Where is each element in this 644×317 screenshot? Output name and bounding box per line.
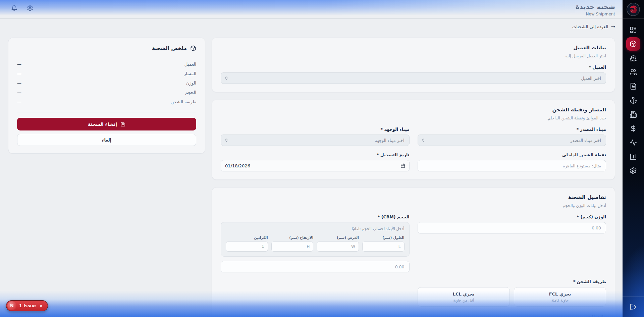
dev-issues-badge[interactable]: N 1 Issue ×: [6, 300, 48, 311]
destination-port-field: ميناء الوجهة * اختر ميناء الوجهة: [221, 120, 410, 146]
route-card-title: المسار ونقطة الشحن: [221, 107, 606, 113]
height-input[interactable]: [271, 242, 314, 252]
sidebar-nav: [626, 23, 640, 177]
building-icon: [630, 111, 637, 118]
width-field: العرض (سم): [317, 235, 359, 252]
dollar-icon: [630, 125, 637, 132]
volume-label: الحجم (CBM) *: [221, 214, 410, 219]
summary-value: —: [17, 90, 21, 95]
width-input[interactable]: [317, 242, 359, 252]
header-actions: [0, 0, 33, 11]
inland-point-label: نقطة الشحن الداخلي: [418, 152, 606, 157]
issue-count-label: 1 Issue: [19, 303, 36, 308]
sidebar-bottom-divider: [623, 296, 644, 297]
summary-row-route: المسار —: [17, 69, 196, 78]
sidebar-item-shipments[interactable]: [626, 37, 640, 51]
summary-row-customer: العميل —: [17, 59, 196, 69]
sidebar-item-logout[interactable]: [626, 300, 640, 314]
gear-icon: [27, 5, 33, 11]
source-port-select[interactable]: اختر ميناء المصدر: [418, 135, 606, 146]
method-option-lcl[interactable]: بحري LCL أقل من حاوية: [418, 287, 510, 307]
destination-port-placeholder: اختر ميناء الوجهة: [375, 138, 405, 143]
page-title: شحنة جديدة: [576, 3, 615, 11]
app-sidebar: [623, 0, 644, 317]
file-text-icon: [630, 83, 637, 90]
inland-point-input[interactable]: [418, 160, 606, 171]
calendar-icon[interactable]: [400, 163, 405, 168]
length-input[interactable]: [362, 242, 405, 252]
destination-port-select[interactable]: اختر ميناء الوجهة: [221, 135, 410, 146]
anchor-icon: [630, 97, 637, 104]
sidebar-item-reports[interactable]: [626, 150, 640, 163]
summary-row-method: طريقة الشحن —: [17, 97, 196, 106]
cartons-input[interactable]: [226, 242, 268, 252]
customer-card-title: بيانات العميل: [221, 45, 606, 51]
notes-label: ملاحظات: [221, 314, 606, 317]
cancel-label: إلغاء: [102, 138, 111, 143]
summary-value: —: [17, 71, 21, 76]
content-grid: بيانات العميل اختر العميل المرسل إليه ال…: [0, 30, 623, 317]
shipment-summary-card: ملخص الشحنة العميل — المسار — الوزن —: [8, 38, 205, 154]
summary-label: المسار: [184, 71, 196, 76]
notifications-button[interactable]: [11, 5, 17, 11]
registration-date-label: تاريخ التسجيل *: [221, 152, 410, 157]
bar-chart-icon: [630, 153, 637, 160]
summary-title: ملخص الشحنة: [152, 45, 187, 51]
summary-label: الحجم: [185, 90, 196, 95]
cartons-label: الكراتين: [226, 235, 268, 240]
create-shipment-button[interactable]: إنشاء الشحنة: [17, 118, 196, 130]
weight-field: الوزن (كجم) *: [418, 208, 606, 233]
create-shipment-label: إنشاء الشحنة: [88, 121, 117, 127]
registration-date-input[interactable]: 01/18/2026: [221, 160, 410, 171]
sidebar-item-documents[interactable]: [626, 80, 640, 93]
sidebar-item-ship[interactable]: [626, 51, 640, 65]
summary-label: الوزن: [186, 81, 196, 86]
sidebar-item-settings[interactable]: [626, 164, 640, 177]
app-logo[interactable]: [627, 3, 640, 16]
sidebar-item-ports[interactable]: [626, 94, 640, 107]
activity-icon: [630, 139, 637, 146]
bell-icon: [11, 5, 17, 11]
inland-point-field: نقطة الشحن الداخلي: [418, 146, 606, 171]
registration-date-field: تاريخ التسجيل * 01/18/2026: [221, 146, 410, 171]
shipping-method-label: طريقة الشحن *: [418, 279, 606, 284]
width-label: العرض (سم): [317, 235, 359, 240]
details-card-title: تفاصيل الشحنة: [221, 194, 606, 200]
sidebar-item-customers[interactable]: [626, 65, 640, 79]
customer-select[interactable]: اختر العميل: [221, 72, 606, 84]
method-option-fcl[interactable]: بحري FCL حاوية كاملة: [514, 287, 606, 307]
close-icon[interactable]: ×: [39, 303, 44, 308]
summary-title-row: ملخص الشحنة: [17, 45, 196, 51]
weight-input[interactable]: [418, 222, 606, 233]
sidebar-item-activity[interactable]: [626, 136, 640, 149]
summary-value: —: [17, 99, 21, 104]
cancel-button[interactable]: إلغاء: [17, 134, 196, 146]
settings-button[interactable]: [27, 5, 33, 11]
chevrons-up-down-icon: [224, 76, 228, 80]
customer-select-placeholder: اختر العميل: [581, 76, 601, 81]
details-card-subtitle: أدخل بيانات الوزن والحجم: [221, 203, 606, 208]
details-card: تفاصيل الشحنة أدخل بيانات الوزن والحجم ا…: [212, 187, 615, 317]
customer-card: بيانات العميل اختر العميل المرسل إليه ال…: [212, 38, 615, 92]
route-card-subtitle: حدد الموانئ ونقطة الشحن الداخلي: [221, 116, 606, 120]
sidebar-item-finance[interactable]: [626, 122, 640, 135]
customer-field-label: العميل *: [221, 65, 606, 70]
source-port-placeholder: اختر ميناء المصدر: [570, 138, 601, 143]
lcl-title: بحري LCL: [453, 292, 475, 297]
title-block: شحنة جديدة New Shipment: [576, 3, 615, 16]
summary-rows: العميل — المسار — الوزن — الحجم —: [17, 59, 196, 106]
save-icon: [120, 122, 125, 127]
summary-row-volume: الحجم —: [17, 88, 196, 97]
chevrons-up-down-icon: [421, 138, 425, 142]
cartons-field: الكراتين: [226, 235, 268, 252]
form-column: بيانات العميل اختر العميل المرسل إليه ال…: [212, 38, 615, 317]
length-field: الطول (سم): [362, 235, 405, 252]
cbm-result-input[interactable]: [221, 261, 410, 272]
sidebar-item-company[interactable]: [626, 108, 640, 121]
back-to-shipments-link[interactable]: → العودة إلى الشحنات: [572, 24, 615, 29]
lcl-subtitle: أقل من حاوية: [453, 298, 474, 303]
sidebar-item-dashboard[interactable]: [626, 23, 640, 37]
users-icon: [630, 68, 637, 76]
source-port-field: ميناء المصدر * اختر ميناء المصدر: [418, 120, 606, 146]
length-label: الطول (سم): [362, 235, 405, 240]
